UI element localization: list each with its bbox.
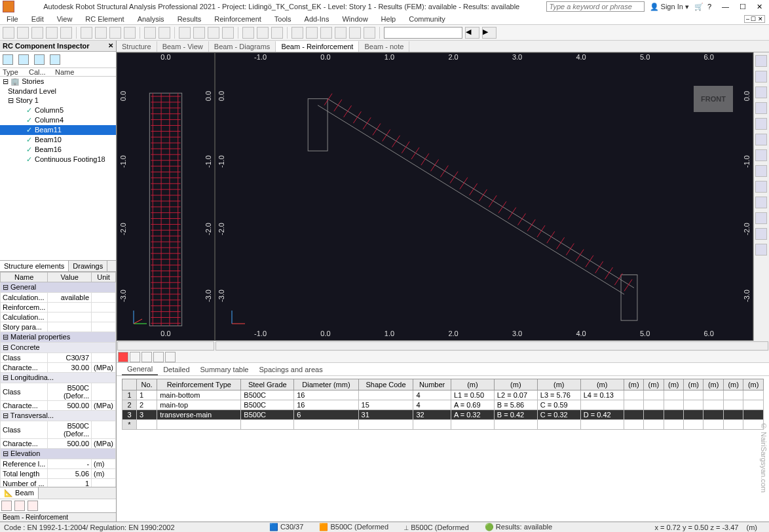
panel-close-icon[interactable]: ✕: [108, 42, 113, 50]
nav-prev-icon[interactable]: ◀: [465, 27, 479, 39]
open-icon[interactable]: [17, 27, 29, 39]
copy-icon[interactable]: [95, 27, 107, 39]
side-icon-10[interactable]: [755, 197, 767, 208]
menu-view[interactable]: View: [50, 15, 79, 23]
tab-structure-view[interactable]: Structure: [117, 41, 157, 52]
side-icon-6[interactable]: [755, 134, 767, 145]
nav-next-icon[interactable]: ▶: [482, 27, 497, 39]
reinforcement-table[interactable]: No.Reinforcement TypeSteel GradeDiameter…: [122, 379, 764, 430]
paste-icon[interactable]: [109, 27, 121, 39]
tab-beam-reinforcement[interactable]: Beam - Reinforcement: [276, 41, 359, 52]
tool-d-icon[interactable]: [364, 27, 375, 39]
tool-c-icon[interactable]: [349, 27, 361, 39]
help-icon[interactable]: ?: [707, 3, 711, 10]
subtab-summary[interactable]: Summary table: [195, 364, 254, 375]
side-icon-1[interactable]: [755, 55, 767, 67]
cart-icon[interactable]: 🛒: [694, 3, 703, 11]
tool-b-icon[interactable]: [320, 27, 332, 39]
filter-icon[interactable]: [3, 54, 13, 65]
mid-icon-4[interactable]: [153, 352, 164, 362]
bottom-icon-1[interactable]: [1, 501, 12, 511]
side-icon-3[interactable]: [755, 86, 767, 98]
side-icon-12[interactable]: [755, 228, 767, 240]
zoom-all-icon[interactable]: [193, 27, 205, 39]
bottom-icon-3[interactable]: [28, 501, 38, 511]
viewcube[interactable]: FRONT: [694, 86, 733, 112]
menu-results[interactable]: Results: [171, 15, 208, 23]
tree-node-selected[interactable]: ✓Beam11: [0, 125, 116, 135]
grid-icon[interactable]: [257, 27, 269, 39]
menu-edit[interactable]: Edit: [25, 15, 50, 23]
side-icon-4[interactable]: [755, 102, 767, 114]
side-icon-8[interactable]: [755, 165, 767, 177]
menu-help[interactable]: Help: [375, 15, 403, 23]
side-icon-5[interactable]: [755, 118, 767, 130]
tree-node[interactable]: ✓Continuous Footing18: [0, 155, 116, 164]
new-icon[interactable]: [3, 27, 14, 39]
tree-header-name[interactable]: Name: [55, 68, 74, 76]
side-icon-7[interactable]: [755, 149, 767, 161]
mid-icon-5[interactable]: [165, 352, 176, 362]
hscroll-2[interactable]: [216, 341, 768, 351]
side-icon-13[interactable]: [755, 244, 767, 256]
tab-structure-elements[interactable]: Structure elements: [0, 261, 69, 271]
menu-window[interactable]: Window: [335, 15, 374, 23]
mid-icon-1[interactable]: [118, 352, 128, 362]
side-icon-11[interactable]: [755, 212, 767, 224]
side-icon-2[interactable]: [755, 71, 767, 83]
wand-icon[interactable]: [18, 54, 29, 65]
tab-beam-note[interactable]: Beam - note: [359, 41, 409, 52]
tree-header-cal[interactable]: Cal...: [29, 68, 55, 76]
delete-icon[interactable]: [124, 27, 136, 39]
menu-addins[interactable]: Add-Ins: [298, 15, 336, 23]
tree-node[interactable]: ✓Beam10: [0, 135, 116, 145]
close-doc-button[interactable]: – ☐ ✕: [744, 15, 765, 23]
tree-node[interactable]: ✓Column5: [0, 105, 116, 115]
menu-file[interactable]: File: [0, 15, 25, 23]
property-grid[interactable]: NameValueUnit ⊟ GeneralCalculation...ava…: [0, 272, 116, 487]
tree-root[interactable]: ⊟ 🏢 Stories: [0, 77, 116, 86]
structure-tree[interactable]: ⊟ 🏢 Stories Standard Level ⊟ Story 1 ✓Co…: [0, 77, 116, 260]
menu-community[interactable]: Community: [402, 15, 452, 23]
tree-node[interactable]: ⊟ Story 1: [0, 96, 116, 105]
menu-tools[interactable]: Tools: [268, 15, 298, 23]
settings-icon[interactable]: [335, 27, 347, 39]
viewport-section[interactable]: 0.0 0.0-1.0-2.0-3.0 0.0-1.0-2.0-3.0 0.0: [117, 52, 215, 341]
tool-a-icon[interactable]: [306, 27, 318, 39]
viewport-elevation[interactable]: -1.00.01.02.03.04.05.06.0 0.0-1.0-2.0-3.…: [215, 52, 753, 341]
mid-icon-3[interactable]: [141, 352, 152, 362]
hscroll-1[interactable]: [117, 341, 214, 351]
selection-combo[interactable]: [384, 27, 462, 39]
redo-icon[interactable]: [159, 27, 170, 39]
close-button[interactable]: ✕: [757, 3, 762, 11]
zoom-window-icon[interactable]: [179, 27, 191, 39]
rotate-icon[interactable]: [222, 27, 234, 39]
screenshot-icon[interactable]: [271, 27, 283, 39]
minimize-button[interactable]: —: [722, 3, 729, 11]
search-input[interactable]: [546, 1, 645, 12]
signin-button[interactable]: 👤 Sign In ▾: [650, 3, 689, 11]
preview-icon[interactable]: [60, 27, 72, 39]
mid-icon-2[interactable]: [130, 352, 140, 362]
info-icon[interactable]: [50, 54, 60, 65]
tree-node[interactable]: Standard Level: [0, 86, 116, 96]
tab-beam-view[interactable]: Beam - View: [157, 41, 209, 52]
tree-node[interactable]: ✓Beam16: [0, 145, 116, 155]
tree-header-type[interactable]: Type: [3, 68, 29, 76]
menu-reinforcement[interactable]: Reinforcement: [208, 15, 268, 23]
undo-icon[interactable]: [144, 27, 156, 39]
save-icon[interactable]: [31, 27, 43, 39]
tree-node[interactable]: ✓Column4: [0, 115, 116, 125]
subtab-general[interactable]: General: [122, 364, 158, 375]
subtab-detailed[interactable]: Detailed: [158, 364, 195, 375]
tab-beam[interactable]: 📐 Beam: [0, 487, 39, 499]
bottom-icon-2[interactable]: [14, 501, 25, 511]
calc-icon[interactable]: [291, 27, 303, 39]
tab-drawings[interactable]: Drawings: [69, 261, 107, 271]
tab-beam-diagrams[interactable]: Beam - Diagrams: [209, 41, 276, 52]
menu-rc-element[interactable]: RC Element: [79, 15, 130, 23]
side-icon-9[interactable]: [755, 181, 767, 193]
pan-icon[interactable]: [208, 27, 219, 39]
cut-icon[interactable]: [81, 27, 92, 39]
maximize-button[interactable]: ☐: [740, 3, 746, 11]
